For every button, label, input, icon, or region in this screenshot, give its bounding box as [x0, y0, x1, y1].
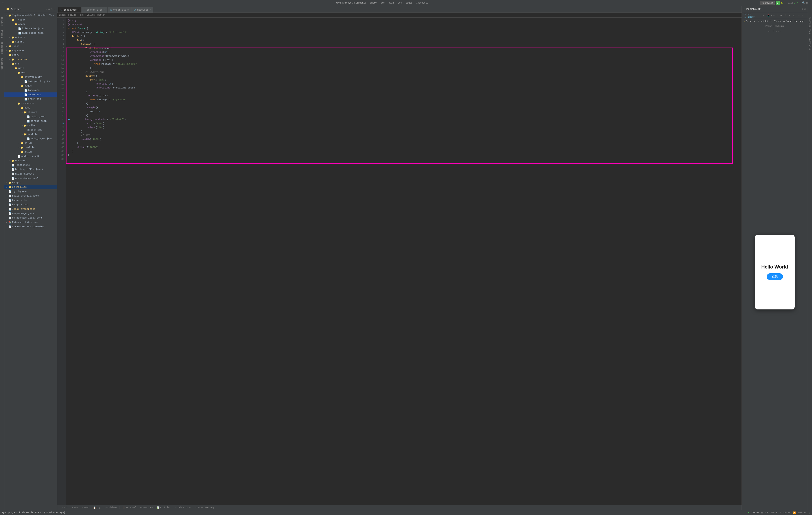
tree-pages[interactable]: ▾ 📁 pages [4, 84, 57, 88]
tree-gitignore-entry[interactable]: ▸ 📄 .gitignore [4, 163, 57, 167]
tab-common-dts[interactable]: T common.d.ts ✕ [82, 7, 108, 12]
tree-order-ets[interactable]: ▸ 📄 order.ets [4, 97, 57, 101]
tree-string-json[interactable]: ▸ 📄 string.json [4, 119, 57, 123]
tree-idea[interactable]: ▸ 📁 .idea [4, 44, 57, 49]
status-indent[interactable]: 2 spaces [780, 512, 790, 514]
tree-local-properties[interactable]: ▸ 📄 local.properties [4, 207, 57, 211]
tree-icon-png[interactable]: ▸ 🖼 icon.png [4, 128, 57, 132]
tree-oh-package-lock[interactable]: ▸ 📄 oh-package-lock.json5 [4, 216, 57, 220]
commit-vert-tab[interactable]: Commit [0, 28, 4, 40]
tree-zh-cn[interactable]: ▸ 📁 zh_CN [4, 150, 57, 154]
tree-build-profile-root[interactable]: ▸ 📄 build-profile.json5 [4, 194, 57, 198]
tree-media[interactable]: ▾ 📁 media [4, 123, 57, 128]
previewer-layout-icon[interactable]: ⊞ [804, 8, 806, 10]
prev-phone-icon[interactable]: 📱 [766, 13, 771, 18]
tab-close-face[interactable]: ✕ [149, 8, 151, 11]
tab-todo[interactable]: ☑ TODO [80, 506, 91, 510]
tree-entryability-ts[interactable]: ▸ 📄 EntryAbility.ts [4, 79, 57, 84]
previewer-settings-icon[interactable]: ⚙ [802, 8, 803, 10]
tab-run[interactable]: ▶ Run [70, 506, 80, 510]
tree-entry[interactable]: ▾ 📁 entry [4, 53, 57, 57]
bookmarks-vert-tab[interactable]: Bookmarks [0, 40, 4, 56]
breadcrumb-column[interactable]: Column [87, 14, 95, 16]
tab-close-common[interactable]: ✕ [104, 8, 105, 11]
breadcrumb-build[interactable]: build() [68, 14, 78, 16]
status-encoding[interactable]: UTF-8 [771, 512, 777, 514]
tree-hvigorfile-ts[interactable]: ▸ 📄 hvigorfile.ts [4, 172, 57, 176]
tree-src[interactable]: ▾ 📁 src [4, 62, 57, 66]
tab-terminal[interactable]: ⬛ Terminal [121, 506, 138, 510]
tab-close-order[interactable]: ✕ [127, 8, 129, 11]
tab-previewer-log[interactable]: 👁 PreviewerLog [193, 506, 215, 510]
code-editor[interactable]: @Entry @Component struct Index { @State … [66, 18, 742, 505]
tree-en-us[interactable]: ▸ 📁 en_US [4, 141, 57, 145]
tree-task-cache-json[interactable]: ▾ 📄 task-cache.json [4, 31, 57, 35]
status-settings-icon[interactable]: ⚙ [809, 512, 810, 514]
tab-profiler[interactable]: 📊 Profiler [155, 506, 172, 510]
tab-code-linter[interactable]: ✏ Code Linter [173, 506, 193, 510]
nav-back-icon[interactable]: ◁ [768, 29, 770, 33]
prev-zoom-in-icon[interactable]: + [797, 13, 801, 18]
nav-home-icon[interactable]: □ [772, 30, 774, 33]
previewer-vert-tab[interactable]: Previewer [808, 36, 812, 52]
tree-external-libraries[interactable]: ▸ 📚 External Libraries [4, 220, 57, 224]
tree-hvigorw-bat[interactable]: ▸ 📄 hvigorw.bat [4, 203, 57, 207]
tree-face-ets[interactable]: ▸ 📄 face.ets [4, 88, 57, 92]
tree-outputs[interactable]: ▸ 📁 outputs [4, 35, 57, 40]
tree-build-profile-json5[interactable]: ▸ 📄 build-profile.json5 [4, 167, 57, 172]
tab-close-index[interactable]: ✕ [78, 8, 79, 11]
notifications-vert-tab[interactable]: Notifications [808, 15, 812, 36]
tree-module-json5[interactable]: ▸ 📄 module.json5 [4, 154, 57, 158]
project-vert-tab[interactable]: Project [0, 15, 4, 28]
tree-ohostest[interactable]: ▸ 📁 ohosTest [4, 158, 57, 163]
tab-face-ets[interactable]: ⬡ face.ets ✕ [132, 7, 153, 12]
tab-log[interactable]: 📋 Log [91, 506, 102, 510]
breadcrumb-index[interactable]: Index [59, 14, 66, 16]
tree-oh-package-json5[interactable]: ▸ 📄 oh-package.json5 [4, 176, 57, 180]
tree-main[interactable]: ▾ 📁 main [4, 66, 57, 70]
tree-rawfile[interactable]: ▸ 📁 rawfile [4, 145, 57, 150]
close-icon[interactable]: ✕ [809, 1, 810, 5]
tree-hvigor[interactable]: ▾ 📁 .hvigor [4, 18, 57, 22]
prev-more-icon[interactable]: ··· [771, 13, 775, 18]
tree-base[interactable]: ▾ 📁 base [4, 105, 57, 110]
gear-icon[interactable]: ⚙ [48, 8, 50, 10]
tree-gitignore-root[interactable]: ▸ 📄 .gitignore [4, 189, 57, 194]
tree-entryability[interactable]: ▸ 📁 entryability [4, 75, 57, 79]
project-dropdown[interactable]: ▾ [46, 8, 47, 10]
tab-index-ets[interactable]: ⬡ Index.ets ✕ [58, 7, 82, 12]
settings-icon[interactable]: ⚙ [806, 1, 808, 5]
breadcrumb-button[interactable]: Button [97, 14, 105, 16]
tree-oh-package-root[interactable]: ▸ 📄 oh-package.json5 [4, 211, 57, 216]
tree-scratches[interactable]: ▸ 📄 Scratches and Consoles [4, 224, 57, 229]
collapse-icon[interactable]: − [54, 8, 55, 10]
no-devices-button[interactable]: No Devices [760, 1, 775, 5]
prev-zoom-reset-icon[interactable]: □ [792, 13, 796, 18]
tab-git[interactable]: ⎇ Git [59, 506, 70, 510]
tree-color-json[interactable]: ▸ 📄 color.json [4, 115, 57, 119]
tree-hvigor-root[interactable]: ▸ 📁 hvigor [4, 180, 57, 185]
tree-main-pages-json[interactable]: ▸ 📄 main_pages.json [4, 137, 57, 141]
status-branch[interactable]: master [799, 512, 806, 514]
phone-preview-button[interactable]: 点我 [766, 273, 783, 280]
tree-preview[interactable]: ▸ 📁 .preview [4, 57, 57, 62]
layout-icon[interactable]: ⊞ [51, 8, 53, 10]
tree-profile[interactable]: ▾ 📁 profile [4, 132, 57, 137]
structure-vert-tab[interactable]: Structure [0, 56, 4, 71]
tree-cache[interactable]: ▾ 📁 cache [4, 22, 57, 26]
tree-report[interactable]: ▸ 📁 report [4, 40, 57, 44]
search-icon[interactable]: 🔍 [802, 1, 805, 5]
tab-problems[interactable]: ⚠ Problems [103, 506, 119, 510]
tree-element[interactable]: ▾ 📁 element [4, 110, 57, 115]
breadcrumb-row[interactable]: Row [80, 14, 84, 16]
status-lf[interactable]: LF [765, 512, 768, 514]
tab-order-ets[interactable]: ⬡ order.ets ✕ [108, 7, 131, 12]
tree-root[interactable]: ▾ 📁 Yby6HarmonyOSHelloWorld ~/DevEcoStud… [4, 13, 57, 18]
nav-more-icon[interactable]: ··· [776, 30, 781, 33]
tree-appscope[interactable]: ▸ 📁 AppScope [4, 49, 57, 53]
tree-oh-modules[interactable]: ▸ 📁 oh_modules [4, 185, 57, 189]
tree-resources[interactable]: ▾ 📁 resources [4, 101, 57, 105]
debug-icon[interactable]: 🐛 [781, 2, 784, 4]
prev-left-icon[interactable]: ← [761, 13, 765, 18]
prev-grid-icon[interactable]: ⊞ [779, 13, 783, 18]
